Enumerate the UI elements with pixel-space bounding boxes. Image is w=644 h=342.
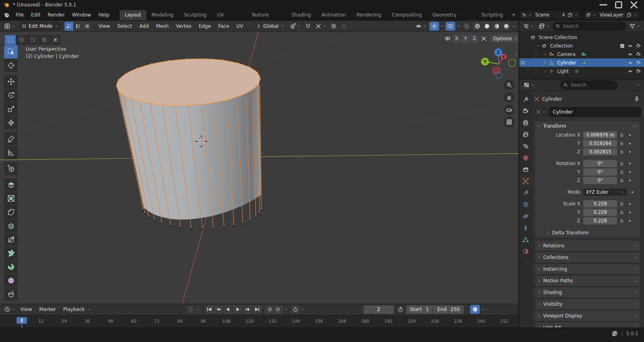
properties-search-input[interactable] xyxy=(570,82,615,88)
new-scene-icon[interactable] xyxy=(568,12,572,17)
panel-motion-paths[interactable]: Motion Paths xyxy=(535,275,641,286)
pan-button[interactable] xyxy=(504,92,514,102)
remove-viewlayer-icon[interactable] xyxy=(633,12,638,17)
network-offline-icon[interactable] xyxy=(611,330,618,337)
render-visibility-icon[interactable] xyxy=(636,60,641,65)
menu-file[interactable]: File xyxy=(12,10,27,20)
viewlayer-selector[interactable]: ViewLayer xyxy=(584,10,640,20)
breadcrumb-object[interactable]: Cylinder xyxy=(542,96,562,102)
z-field[interactable]: 0.002815 xyxy=(583,148,617,155)
add-workspace-button[interactable]: + xyxy=(508,10,520,20)
mode-dropdown[interactable]: Edit Mode xyxy=(19,22,61,31)
playhead-badge[interactable]: 2 xyxy=(17,317,27,324)
tool-annotate-button[interactable] xyxy=(4,132,18,145)
chevron-down-icon[interactable] xyxy=(456,24,460,28)
lock-open-icon[interactable] xyxy=(619,133,624,137)
panel-line-art[interactable]: Line Art xyxy=(535,322,641,327)
lock-open-icon[interactable] xyxy=(619,149,624,154)
previous-keyframe-button[interactable] xyxy=(214,305,223,314)
animate-dot-icon[interactable] xyxy=(627,170,632,174)
z-field[interactable]: 0.229 xyxy=(583,217,617,224)
edge-select-mode-button[interactable] xyxy=(74,22,83,31)
pin-icon[interactable] xyxy=(634,96,640,102)
show-overlays-toggle[interactable] xyxy=(446,22,455,31)
properties-tab-collection[interactable] xyxy=(519,164,532,175)
transform-panel-header[interactable]: Transform xyxy=(535,121,640,131)
animate-dot-icon[interactable] xyxy=(627,133,632,137)
tool-poly-build-button[interactable] xyxy=(4,247,18,260)
xray-toggle[interactable] xyxy=(462,22,471,31)
outliner-row-cylinder[interactable]: Cylinder xyxy=(519,58,644,67)
menu-help[interactable]: Help xyxy=(95,10,113,20)
object-name-field[interactable]: Cylinder xyxy=(549,107,641,117)
tool-transform-button[interactable] xyxy=(4,116,18,129)
menu-render[interactable]: Render xyxy=(44,10,68,20)
properties-tab-object[interactable] xyxy=(519,175,532,187)
select-mode-subtract-button[interactable] xyxy=(27,35,38,45)
end-frame-field[interactable]: End 250 xyxy=(433,305,464,314)
zoom-button[interactable] xyxy=(504,80,514,90)
chevron-down-icon[interactable] xyxy=(440,24,444,28)
blender-menu-icon[interactable] xyxy=(3,12,10,18)
solid-shading-button[interactable] xyxy=(482,22,491,31)
properties-tab-material[interactable] xyxy=(519,245,532,257)
maximize-button[interactable] xyxy=(612,0,625,9)
outliner-editor-type-button[interactable] xyxy=(521,22,536,31)
workspace-tab-modeling[interactable]: Modeling xyxy=(147,10,179,20)
z-field[interactable]: 0° xyxy=(583,177,617,184)
viewport-menu-select[interactable]: Select xyxy=(114,21,136,31)
mirror-y-toggle[interactable]: Y xyxy=(462,35,469,43)
new-viewlayer-icon[interactable] xyxy=(627,12,632,17)
outliner-search[interactable] xyxy=(553,22,626,31)
workspace-tab-compositing[interactable]: Compositing xyxy=(386,10,427,20)
disclosure-collapsed-icon[interactable] xyxy=(543,61,547,65)
properties-tab-particles[interactable] xyxy=(519,199,532,210)
menu-edit[interactable]: Edit xyxy=(27,10,44,20)
outliner-row-camera[interactable]: Camera xyxy=(519,50,644,58)
workspace-tab-animation[interactable]: Animation xyxy=(316,10,351,20)
animate-dot-icon[interactable] xyxy=(627,161,632,166)
tool-loop-cut-button[interactable] xyxy=(4,219,18,232)
jump-to-start-button[interactable] xyxy=(205,305,214,314)
rendered-shading-button[interactable] xyxy=(502,22,511,31)
editor-type-button[interactable] xyxy=(2,22,17,31)
visibility-dropdown[interactable] xyxy=(414,22,428,31)
panel-grip-icon[interactable] xyxy=(633,255,638,260)
vertex-select-mode-button[interactable] xyxy=(64,22,73,31)
outliner-row-scene-collection[interactable]: Scene Collection xyxy=(519,33,644,41)
pivot-point-dropdown[interactable] xyxy=(288,22,302,31)
animate-dot-icon[interactable] xyxy=(627,178,632,183)
mode-field[interactable]: XYZ Euler xyxy=(583,189,627,196)
properties-tab-world[interactable] xyxy=(519,152,532,164)
scale-x-field[interactable]: 0.229 xyxy=(583,200,617,207)
timeline-ruler[interactable]: 2 12243648607284961081201321441561681801… xyxy=(0,315,518,327)
chevron-down-icon[interactable] xyxy=(481,307,485,311)
tool-move-button[interactable] xyxy=(4,75,18,88)
timeline-menu-view[interactable]: View xyxy=(17,304,35,315)
lock-open-icon[interactable] xyxy=(619,201,624,206)
panel-grip-icon[interactable] xyxy=(633,278,638,283)
properties-tab-physics[interactable] xyxy=(519,210,532,222)
select-mode-set-button[interactable] xyxy=(5,35,16,45)
select-mode-extend-button[interactable] xyxy=(16,35,27,45)
outliner-row-light[interactable]: Light xyxy=(519,67,644,75)
camera-view-button[interactable] xyxy=(504,105,514,115)
tool-spin-button[interactable] xyxy=(4,260,18,274)
animate-dot-icon[interactable] xyxy=(627,201,632,206)
panel-grip-icon[interactable] xyxy=(633,302,638,307)
outliner-row-collection[interactable]: Collection xyxy=(519,41,644,50)
next-keyframe-button[interactable] xyxy=(244,305,252,314)
animate-dot-icon[interactable] xyxy=(627,149,632,154)
navigation-gizmo[interactable]: Z Y X xyxy=(481,48,516,79)
timeline-editor-type-button[interactable] xyxy=(2,305,17,314)
cylinder-mesh[interactable] xyxy=(116,56,262,230)
panel-shading[interactable]: Shading xyxy=(535,287,641,298)
disclosure-collapsed-icon[interactable] xyxy=(543,69,547,73)
tool-smooth-button[interactable] xyxy=(4,274,18,287)
stopwatch-icon[interactable] xyxy=(397,306,404,313)
properties-tab-data[interactable] xyxy=(519,234,532,245)
transform-orientation-dropdown[interactable]: Global xyxy=(254,22,287,31)
panel-grip-icon[interactable] xyxy=(632,123,638,129)
mirror-x-toggle[interactable]: X xyxy=(453,35,460,43)
animate-dot-icon[interactable] xyxy=(630,190,635,195)
